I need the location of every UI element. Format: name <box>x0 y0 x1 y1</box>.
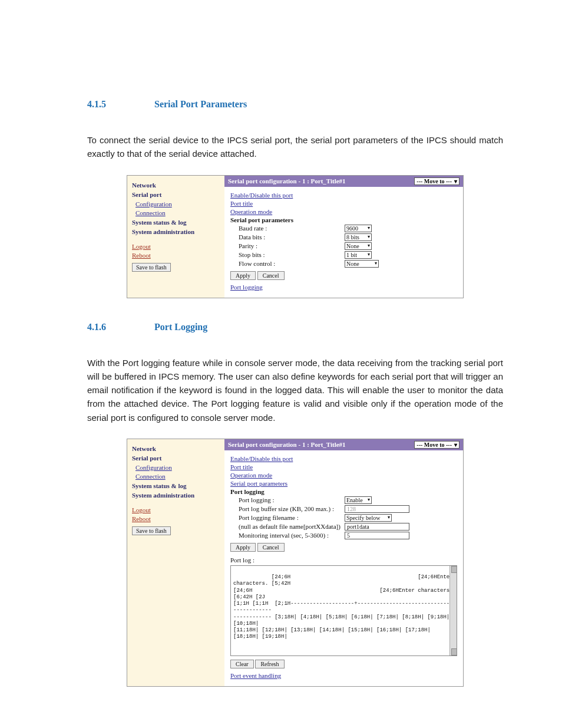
panel-title: Serial port configuration - 1 : Port_Tit… <box>228 441 346 448</box>
chevron-down-icon: ▾ <box>375 261 377 267</box>
chevron-down-icon: ▾ <box>368 252 370 258</box>
sidebar-configuration[interactable]: Configuration <box>135 464 220 471</box>
link-port-title[interactable]: Port title <box>230 200 457 207</box>
section1-body: To connect the serial device to the IPCS… <box>87 133 503 161</box>
buffer-input[interactable]: 128 <box>345 505 409 513</box>
sidebar-logout[interactable]: Logout <box>132 243 220 250</box>
panel-header: Serial port configuration - 1 : Port_Tit… <box>224 176 463 187</box>
filename-input[interactable]: port1data <box>345 523 409 531</box>
link-port-event[interactable]: Port event handling <box>230 672 457 679</box>
chevron-down-icon: ▾ <box>368 497 370 503</box>
sidebar-sysstatus[interactable]: System status & log <box>132 219 220 226</box>
sidebar: Network Serial port Configuration Connec… <box>127 176 224 298</box>
label-port-logging: Port logging <box>230 488 457 495</box>
panel-title: Serial port configuration - 1 : Port_Tit… <box>228 177 346 185</box>
baud-label: Baud rate : <box>239 225 345 232</box>
section-number: 4.1.5 <box>87 99 152 110</box>
cancel-button[interactable]: Cancel <box>257 543 285 552</box>
filename-note: (null as default file name[portXXdata]) <box>239 523 345 530</box>
chevron-down-icon: ▾ <box>388 515 390 521</box>
filename-label: Port logging filename : <box>239 514 345 521</box>
databits-label: Data bits : <box>239 233 345 241</box>
sidebar-logout[interactable]: Logout <box>132 506 220 513</box>
sidebar-reboot[interactable]: Reboot <box>132 515 220 522</box>
stopbits-label: Stop bits : <box>239 251 345 258</box>
flow-select[interactable]: None▾ <box>345 260 379 268</box>
flow-label: Flow control : <box>239 260 345 267</box>
link-op-mode[interactable]: Operation mode <box>230 208 457 215</box>
sidebar: Network Serial port Configuration Connec… <box>127 439 224 686</box>
panel-header: Serial port configuration - 1 : Port_Tit… <box>224 439 463 450</box>
sidebar-serial-port[interactable]: Serial port <box>132 454 220 462</box>
buffer-label: Port log buffer size (KB, 200 max.) : <box>239 505 345 512</box>
screenshot-serial-params: Network Serial port Configuration Connec… <box>127 175 464 298</box>
chevron-down-icon: ▾ <box>454 442 457 448</box>
refresh-button[interactable]: Refresh <box>255 660 284 668</box>
sidebar-network[interactable]: Network <box>132 445 220 452</box>
link-serial-params[interactable]: Serial port parameters <box>230 480 457 487</box>
chevron-down-icon: ▾ <box>368 234 370 241</box>
baud-select[interactable]: 9600▾ <box>345 225 372 232</box>
sidebar-sysadmin[interactable]: System administration <box>132 228 220 235</box>
section2-body: With the Port logging feature while in c… <box>87 356 503 424</box>
port-logging-label: Port logging : <box>239 496 345 503</box>
clear-button[interactable]: Clear <box>230 660 254 668</box>
stopbits-select[interactable]: 1 bit▾ <box>345 251 372 259</box>
link-op-mode[interactable]: Operation mode <box>230 472 457 479</box>
cancel-button[interactable]: Cancel <box>257 271 285 280</box>
section-heading-415: 4.1.5 Serial Port Parameters <box>87 99 503 110</box>
chevron-down-icon: ▾ <box>454 178 457 185</box>
sidebar-sysadmin[interactable]: System administration <box>132 492 220 499</box>
section-number: 4.1.6 <box>87 322 152 332</box>
sidebar-network[interactable]: Network <box>132 182 220 189</box>
section-title: Port Logging <box>154 322 207 332</box>
sidebar-configuration[interactable]: Configuration <box>135 200 220 207</box>
parity-select[interactable]: None▾ <box>345 242 372 250</box>
parity-label: Parity : <box>239 242 345 249</box>
sidebar-serial-port[interactable]: Serial port <box>132 191 220 198</box>
interval-label: Monitoring interval (sec, 5-3600) : <box>239 532 345 539</box>
scrollbar[interactable] <box>449 566 457 655</box>
sidebar-connection[interactable]: Connection <box>135 209 220 216</box>
apply-button[interactable]: Apply <box>230 271 256 280</box>
portlog-label: Port log : <box>230 556 457 564</box>
move-to-select[interactable]: --- Move to ---▾ <box>414 441 459 449</box>
chevron-down-icon: ▾ <box>368 243 370 249</box>
interval-input[interactable]: 5 <box>345 532 409 539</box>
filename-mode-select[interactable]: Specify below▾ <box>345 514 392 522</box>
save-to-flash-button[interactable]: Save to flash <box>132 263 171 272</box>
link-port-logging[interactable]: Port logging <box>230 284 457 291</box>
sidebar-sysstatus[interactable]: System status & log <box>132 482 220 489</box>
link-port-title[interactable]: Port title <box>230 463 457 470</box>
chevron-down-icon: ▾ <box>368 225 370 232</box>
port-logging-select[interactable]: Enable▾ <box>345 496 372 504</box>
move-to-select[interactable]: --- Move to ---▾ <box>414 177 459 185</box>
link-enable-disable[interactable]: Enable/Disable this port <box>230 455 457 462</box>
label-serial-params: Serial port parameters <box>230 216 457 223</box>
screenshot-port-logging: Network Serial port Configuration Connec… <box>127 439 464 687</box>
sidebar-connection[interactable]: Connection <box>135 473 220 480</box>
port-log-textarea[interactable]: [24;6H [24;6HEnter characters. [5;42H [2… <box>230 565 457 656</box>
sidebar-reboot[interactable]: Reboot <box>132 252 220 259</box>
link-enable-disable[interactable]: Enable/Disable this port <box>230 192 457 199</box>
section-title: Serial Port Parameters <box>154 99 247 109</box>
save-to-flash-button[interactable]: Save to flash <box>132 526 171 535</box>
databits-select[interactable]: 8 bits▾ <box>345 233 372 241</box>
section-heading-416: 4.1.6 Port Logging <box>87 322 503 332</box>
apply-button[interactable]: Apply <box>230 543 256 552</box>
